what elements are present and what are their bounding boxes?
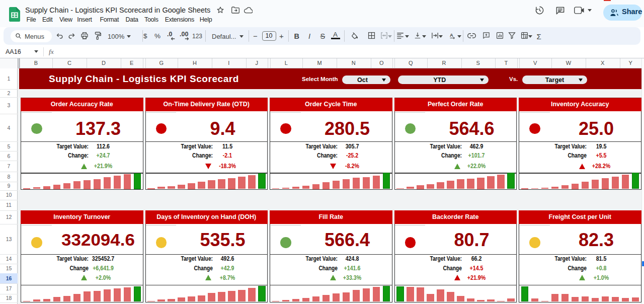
svg-text:A: A: [449, 33, 453, 38]
